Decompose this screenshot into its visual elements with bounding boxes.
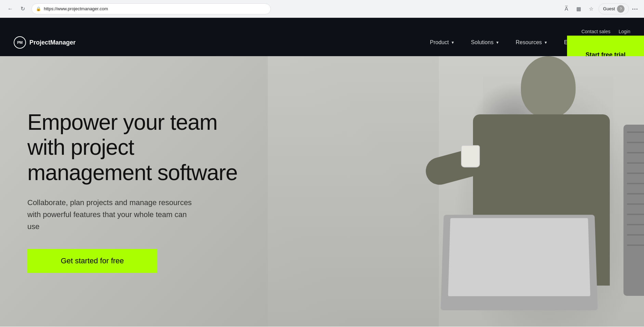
hero-person-graphic [281,56,644,327]
person-mug [461,145,480,167]
url-text: https://www.projectmanager.com [44,6,108,11]
contact-sales-link[interactable]: Contact sales [581,29,610,34]
nav-item-resources[interactable]: Resources ▼ [508,37,556,48]
hero-subtext: Collaborate, plan projects and manage re… [27,197,198,233]
read-mode-button[interactable]: A̅ [562,4,571,14]
nav-resources-label: Resources [516,39,542,46]
logo-initials: PM [17,40,23,45]
cast-button[interactable]: ▩ [574,4,583,14]
address-bar[interactable]: 🔒 https://www.projectmanager.com [31,3,271,14]
hero-section: Empower your team with project managemen… [0,56,644,327]
logo-name: ProjectManager [29,39,76,46]
guest-label: Guest [603,6,615,11]
resources-chevron-icon: ▼ [544,40,548,45]
site-header-wrapper: Contact sales Login PM ProjectManager Pr… [0,18,644,56]
get-started-button[interactable]: Get started for free [27,249,157,273]
logo-badge: PM [14,36,26,49]
reload-button[interactable]: ↻ [18,4,27,14]
solutions-chevron-icon: ▼ [496,40,499,45]
nav-item-solutions[interactable]: Solutions ▼ [463,37,508,48]
hero-content: Empower your team with project managemen… [0,110,274,273]
favorites-button[interactable]: ☆ [586,4,596,14]
guest-avatar: ? [617,5,625,13]
login-link[interactable]: Login [619,29,630,34]
chair-back [623,125,644,296]
person-laptop [441,215,597,310]
nav-item-product[interactable]: Product ▼ [422,37,463,48]
main-nav: PM ProjectManager Product ▼ Solutions ▼ … [0,36,644,49]
header-top: Contact sales Login [0,25,644,36]
nav-product-label: Product [430,39,449,46]
lock-icon: 🔒 [36,7,41,11]
browser-chrome: ← ↻ 🔒 https://www.projectmanager.com ﻿A̅… [0,0,644,18]
browser-nav-buttons: ← ↻ [5,4,27,14]
back-button[interactable]: ← [5,4,15,14]
laptop-screen [448,218,590,296]
site-header: Contact sales Login PM ProjectManager Pr… [0,18,644,56]
nav-solutions-label: Solutions [471,39,494,46]
person-head [521,56,576,118]
guest-profile-button[interactable]: Guest ? [599,3,629,14]
hero-headline: Empower your team with project managemen… [27,110,246,186]
more-options-button[interactable]: ⋯ [632,5,639,13]
logo-link[interactable]: PM ProjectManager [14,36,76,49]
browser-right-actions: A̅ ▩ ☆ Guest ? ⋯ [562,3,639,14]
product-chevron-icon: ▼ [451,40,455,45]
